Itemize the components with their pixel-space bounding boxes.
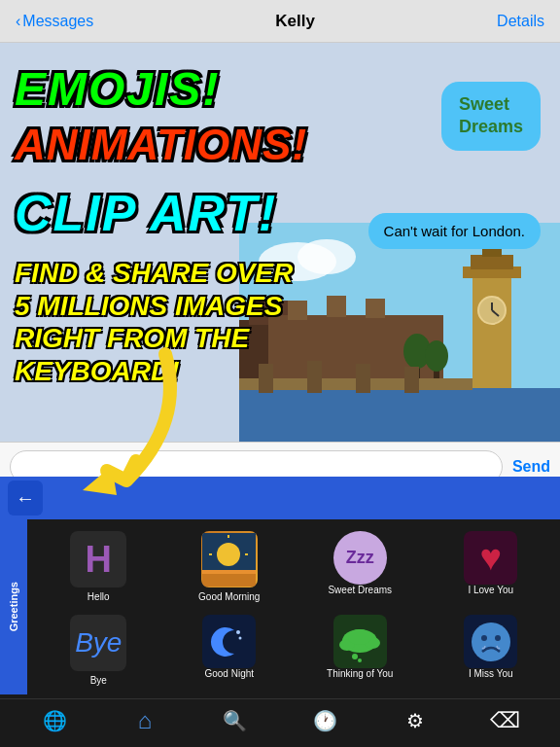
svg-point-2 bbox=[298, 239, 356, 274]
keyboard-bottom-toolbar: 🌐 ⌂ 🔍 🕐 ⚙ ⌫ bbox=[0, 698, 560, 741]
svg-point-37 bbox=[238, 636, 241, 639]
clock-button[interactable]: 🕐 bbox=[303, 703, 346, 738]
sweet-dreams-icon: Zzz bbox=[333, 531, 387, 585]
svg-rect-35 bbox=[202, 570, 256, 574]
svg-point-46 bbox=[495, 635, 501, 641]
home-button[interactable]: ⌂ bbox=[123, 703, 166, 738]
chevron-left-icon: ‹ bbox=[16, 13, 20, 30]
emoji-grid: H Hello G bbox=[29, 519, 560, 698]
i-love-you-label: I Love You bbox=[468, 585, 513, 596]
emoji-good-night[interactable]: Good Night bbox=[164, 611, 296, 691]
messages-area: SweetDreams Can't wait for London. EMOJI… bbox=[0, 43, 560, 490]
hello-label: Hello bbox=[88, 591, 110, 603]
i-miss-you-icon bbox=[464, 615, 517, 668]
emoji-good-morning[interactable]: Good Morning bbox=[164, 527, 296, 607]
details-button[interactable]: Details bbox=[497, 13, 544, 30]
emoji-row-2: Bye Bye Good Night bbox=[33, 611, 556, 691]
good-morning-label: Good Morning bbox=[198, 591, 260, 603]
emoji-hello[interactable]: H Hello bbox=[33, 527, 164, 607]
cant-wait-bubble: Can't wait for London. bbox=[368, 213, 541, 249]
emoji-bye[interactable]: Bye Bye bbox=[33, 611, 164, 691]
animations-label: ANIMATIONS! bbox=[15, 121, 307, 169]
sweet-dreams-label: Sweet Dreams bbox=[328, 585, 392, 596]
keyboard-back-button[interactable]: ← bbox=[8, 480, 43, 516]
svg-rect-13 bbox=[471, 255, 513, 269]
london-bg-image bbox=[239, 223, 560, 446]
thinking-of-you-icon bbox=[333, 615, 387, 668]
svg-point-29 bbox=[217, 543, 240, 566]
svg-rect-10 bbox=[366, 299, 385, 318]
emojis-label: EMOJIS! bbox=[15, 62, 220, 116]
emoji-thinking-of-you[interactable]: Thinking of You bbox=[295, 611, 426, 691]
keyboard-top-bar: ← bbox=[0, 477, 560, 519]
keyboard-area: ← Greetings H Hello bbox=[0, 477, 560, 747]
delete-button[interactable]: ⌫ bbox=[484, 703, 527, 738]
nav-title: Kelly bbox=[275, 12, 315, 31]
sweet-dreams-bubble: SweetDreams bbox=[441, 82, 541, 151]
svg-point-44 bbox=[472, 622, 510, 661]
svg-rect-8 bbox=[288, 301, 307, 320]
svg-rect-25 bbox=[307, 361, 322, 393]
search-button[interactable]: 🔍 bbox=[214, 703, 257, 738]
svg-point-42 bbox=[352, 654, 358, 659]
clipart-label: CLIP ART! bbox=[15, 184, 277, 242]
hello-icon: H bbox=[70, 531, 126, 587]
back-label[interactable]: Messages bbox=[22, 13, 93, 30]
good-morning-icon bbox=[201, 531, 258, 587]
svg-point-36 bbox=[236, 630, 240, 634]
i-love-you-icon: ♥ bbox=[464, 531, 517, 585]
i-miss-you-label: I Miss You bbox=[469, 668, 513, 680]
emoji-i-love-you[interactable]: ♥ I Love You bbox=[426, 527, 557, 607]
svg-point-45 bbox=[481, 635, 487, 641]
svg-rect-24 bbox=[259, 364, 273, 393]
emoji-i-miss-you[interactable]: I Miss You bbox=[426, 611, 557, 691]
gear-button[interactable]: ⚙ bbox=[394, 703, 437, 738]
greetings-label: Greetings bbox=[8, 582, 19, 631]
globe-button[interactable]: 🌐 bbox=[33, 703, 76, 738]
emoji-sweet-dreams[interactable]: Zzz Sweet Dreams bbox=[295, 527, 426, 607]
greetings-tab[interactable]: Greetings bbox=[0, 519, 27, 694]
emoji-row-1: H Hello G bbox=[33, 527, 556, 607]
svg-rect-11 bbox=[472, 271, 511, 388]
svg-point-22 bbox=[425, 340, 448, 372]
svg-rect-27 bbox=[404, 367, 419, 393]
thinking-of-you-label: Thinking of You bbox=[327, 668, 393, 680]
good-night-icon bbox=[202, 615, 256, 668]
bye-icon: Bye bbox=[70, 615, 126, 671]
svg-rect-26 bbox=[356, 364, 370, 393]
good-night-label: Good Night bbox=[204, 668, 254, 680]
svg-rect-3 bbox=[239, 388, 560, 446]
nav-bar: ‹ Messages Kelly Details bbox=[0, 0, 560, 43]
bye-label: Bye bbox=[90, 675, 107, 687]
svg-point-41 bbox=[348, 629, 371, 645]
back-button[interactable]: ‹ Messages bbox=[16, 13, 93, 30]
svg-point-43 bbox=[358, 658, 362, 662]
send-button[interactable]: Send bbox=[503, 458, 550, 476]
svg-rect-9 bbox=[327, 296, 346, 317]
